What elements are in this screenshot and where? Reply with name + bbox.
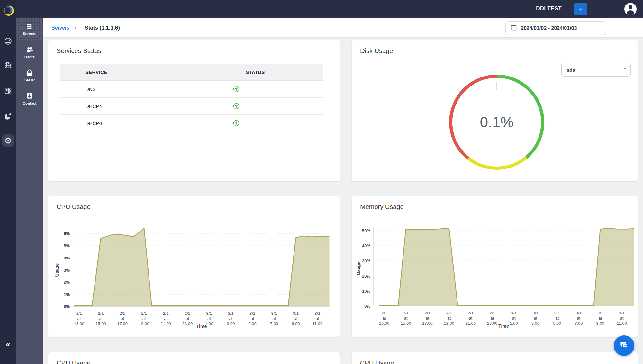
calendar-icon <box>510 24 517 32</box>
svg-text:0%: 0% <box>64 304 70 309</box>
svg-text:2/1at17:00: 2/1at17:00 <box>422 311 433 326</box>
svg-text:2/1at17:00: 2/1at17:00 <box>117 311 128 326</box>
svg-text:3/1at5:00: 3/1at5:00 <box>553 311 561 326</box>
card-title: CPU Usage <box>57 359 91 364</box>
status-up-icon <box>233 103 240 110</box>
svg-text:DNS: DNS <box>7 67 12 69</box>
icon-rail: DNS ⚙ « <box>0 0 16 364</box>
date-range-picker[interactable]: 2024/01/02 - 2024/01/03 <box>505 21 606 35</box>
dns-globe-icon[interactable]: DNS <box>2 60 14 72</box>
svg-text:3%: 3% <box>64 268 70 273</box>
server-network-icon[interactable] <box>2 85 14 97</box>
sidebar: Servers Users SM <box>16 18 43 364</box>
svg-text:3/1at11:00: 3/1at11:00 <box>617 311 627 326</box>
page: DDI TEST + <box>0 0 643 364</box>
avatar-person-icon <box>629 5 632 9</box>
svg-text:20%: 20% <box>362 274 370 278</box>
chat-button[interactable] <box>614 335 634 356</box>
svg-text:2/1at13:00: 2/1at13:00 <box>74 311 85 326</box>
breadcrumb-separator: > <box>74 25 76 31</box>
sidebar-item-label: Contact <box>23 101 37 105</box>
svg-text:2/1at21:00: 2/1at21:00 <box>160 311 171 326</box>
page-title: Stats (1.1.1.6) <box>85 25 120 31</box>
chevron-down-icon <box>623 68 627 69</box>
memory-usage-card: Memory Usage 0%10%20%30%40%50%2/1at13:00… <box>352 196 638 337</box>
svg-text:2/1at13:00: 2/1at13:00 <box>379 311 390 326</box>
service-name: DHCP4 <box>60 104 217 109</box>
services-status-card: Services Status SERVICE STATUS DNS DHC <box>48 40 340 181</box>
contact-book-icon <box>25 92 34 100</box>
breadcrumb: Servers > Stats (1.1.1.6) <box>51 18 120 37</box>
svg-text:Time: Time <box>196 324 207 329</box>
svg-text:Usage: Usage <box>356 261 361 275</box>
smtp-envelope-icon <box>25 68 34 77</box>
disk-usage-card: Disk Usage 0.1% sda <box>352 40 638 181</box>
svg-text:3/1at9:00: 3/1at9:00 <box>292 311 300 326</box>
svg-text:3/1at1:00: 3/1at1:00 <box>510 311 518 326</box>
sidebar-item-label: Servers <box>23 32 36 36</box>
cpu-usage-card-bottom-left: CPU Usage <box>48 352 340 364</box>
svg-text:0%: 0% <box>364 304 370 309</box>
cpu-usage-chart: 0%1%2%3%4%5%6%2/1at13:002/1at15:002/1at1… <box>48 196 340 337</box>
status-up-icon <box>233 86 240 93</box>
topbar: DDI TEST + <box>16 0 643 18</box>
svg-text:Usage: Usage <box>54 263 59 277</box>
svg-text:2/1at23:00: 2/1at23:00 <box>487 311 498 326</box>
app-logo-icon[interactable] <box>1 2 15 18</box>
org-name: DDI TEST <box>536 5 562 12</box>
settings-gear-icon[interactable]: ⚙ <box>2 134 14 147</box>
user-avatar[interactable] <box>624 3 637 15</box>
sidebar-collapse-button[interactable]: « <box>0 338 16 351</box>
svg-text:3/1at11:00: 3/1at11:00 <box>312 311 323 326</box>
dashboard-speedometer-icon[interactable] <box>2 35 14 47</box>
svg-text:2/1at23:00: 2/1at23:00 <box>182 311 193 326</box>
disk-usage-gauge: 0.1% <box>352 40 638 181</box>
svg-text:2%: 2% <box>64 280 70 285</box>
sidebar-item-servers[interactable]: Servers <box>16 18 43 40</box>
sidebar-item-label: SMTP <box>24 78 35 82</box>
content: Services Status SERVICE STATUS DNS DHC <box>43 37 643 364</box>
add-button[interactable]: + <box>574 3 587 15</box>
service-name: DHCP6 <box>60 121 217 126</box>
svg-text:5%: 5% <box>64 243 70 248</box>
users-group-icon <box>25 45 34 54</box>
disk-device-select[interactable]: sda <box>561 63 631 77</box>
disk-device-value: sda <box>567 67 575 73</box>
breadcrumb-servers-link[interactable]: Servers <box>51 25 69 31</box>
column-header-service: SERVICE <box>60 69 217 75</box>
sidebar-item-users[interactable]: Users <box>16 41 43 63</box>
svg-text:4%: 4% <box>64 256 70 260</box>
cpu-usage-card: CPU Usage 0%1%2%3%4%5%6%2/1at13:002/1at1… <box>48 196 340 337</box>
table-row: DNS <box>60 81 323 98</box>
svg-text:2/1at15:00: 2/1at15:00 <box>401 311 411 326</box>
svg-text:10%: 10% <box>362 289 370 294</box>
breadcrumb-bar: Servers > Stats (1.1.1.6) 2024/01/02 - 2… <box>43 18 643 37</box>
table-row: DHCP4 <box>60 98 323 115</box>
column-header-status: STATUS <box>246 69 265 75</box>
svg-text:3/1at3:00: 3/1at3:00 <box>227 311 235 326</box>
sidebar-item-label: Users <box>24 55 35 59</box>
date-range-value: 2024/01/02 - 2024/01/03 <box>521 25 577 31</box>
sidebar-item-smtp[interactable]: SMTP <box>16 65 43 86</box>
status-up-icon <box>233 120 240 127</box>
svg-text:30%: 30% <box>362 259 370 263</box>
svg-text:50%: 50% <box>362 228 370 233</box>
servers-rack-icon <box>25 22 34 31</box>
services-table: SERVICE STATUS DNS DHCP4 <box>60 64 323 132</box>
svg-text:3/1at3:00: 3/1at3:00 <box>531 311 539 326</box>
service-name: DNS <box>60 86 217 92</box>
svg-text:2/1at15:00: 2/1at15:00 <box>95 311 106 326</box>
svg-text:6%: 6% <box>64 231 70 236</box>
card-title: Services Status <box>57 47 101 54</box>
sidebar-item-contact[interactable]: Contact <box>16 88 43 109</box>
svg-text:2/1at21:00: 2/1at21:00 <box>466 311 476 326</box>
stats-pie-icon[interactable] <box>2 110 14 122</box>
svg-text:1%: 1% <box>64 292 70 297</box>
table-row: DHCP6 <box>60 115 323 132</box>
svg-text:3/1at9:00: 3/1at9:00 <box>596 311 604 326</box>
svg-text:3/1at7:00: 3/1at7:00 <box>575 311 583 326</box>
memory-usage-chart: 0%10%20%30%40%50%2/1at13:002/1at15:002/1… <box>352 196 638 337</box>
card-title: CPU Usage <box>360 359 394 364</box>
svg-text:3/1at7:00: 3/1at7:00 <box>270 311 278 326</box>
svg-text:3/1at5:00: 3/1at5:00 <box>249 311 257 326</box>
